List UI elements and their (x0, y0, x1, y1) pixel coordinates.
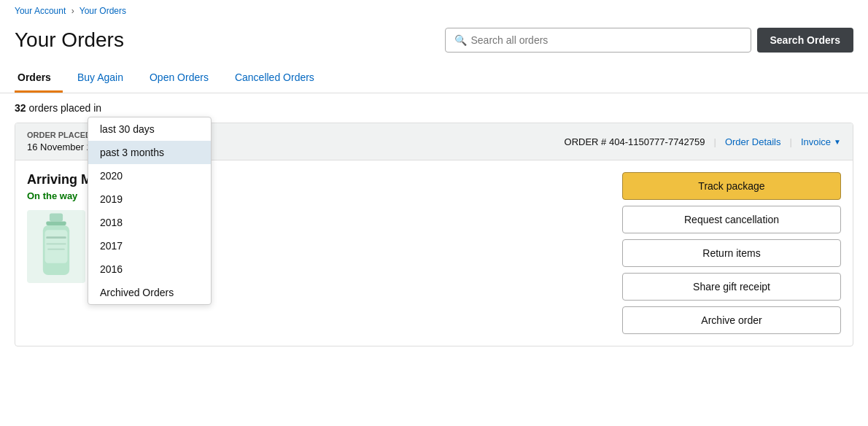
svg-rect-1 (46, 221, 66, 225)
dropdown-menu: last 30 days past 3 months 2020 2019 201… (88, 117, 212, 305)
request-cancellation-button[interactable]: Request cancellation (622, 206, 841, 233)
tab-orders[interactable]: Orders (15, 64, 63, 93)
header-divider: | (714, 136, 716, 147)
orders-meta: 32 orders placed in last 30 days past 3 … (0, 93, 868, 123)
svg-rect-5 (46, 243, 66, 244)
dropdown-item-2016[interactable]: 2016 (88, 257, 211, 281)
period-dropdown: last 30 days past 3 months 2020 2019 201… (88, 117, 212, 305)
svg-rect-3 (45, 230, 68, 263)
breadcrumb-separator: › (71, 6, 74, 16)
track-package-button[interactable]: Track package (622, 172, 841, 200)
tab-buy-again[interactable]: Buy Again (74, 64, 135, 93)
dropdown-item-last30[interactable]: last 30 days (88, 117, 211, 141)
svg-rect-0 (50, 214, 63, 222)
order-actions: Track package Request cancellation Retur… (622, 172, 841, 334)
svg-rect-4 (46, 236, 66, 239)
dropdown-item-2018[interactable]: 2018 (88, 211, 211, 234)
tab-cancelled-orders[interactable]: Cancelled Orders (232, 64, 326, 93)
dropdown-item-2020[interactable]: 2020 (88, 164, 211, 187)
order-header-right: ORDER # 404-1150777-7742759 | Order Deta… (565, 136, 841, 147)
search-input[interactable] (471, 34, 742, 46)
page-header: Your Orders 🔍 Search Orders (0, 22, 868, 64)
tab-open-orders[interactable]: Open Orders (147, 64, 220, 93)
archive-order-button[interactable]: Archive order (622, 306, 841, 334)
dropdown-item-2017[interactable]: 2017 (88, 234, 211, 257)
share-gift-receipt-button[interactable]: Share gift receipt (622, 273, 841, 301)
return-items-button[interactable]: Return items (622, 239, 841, 267)
order-details-link[interactable]: Order Details (725, 136, 781, 147)
breadcrumb: Your Account › Your Orders (0, 0, 868, 22)
product-image (27, 210, 85, 283)
dropdown-item-2019[interactable]: 2019 (88, 187, 211, 211)
search-box-container: 🔍 (445, 28, 751, 53)
invoice-label: Invoice (801, 136, 831, 147)
dropdown-item-archived[interactable]: Archived Orders (88, 281, 211, 304)
search-orders-button[interactable]: Search Orders (757, 28, 854, 53)
header-divider2: | (790, 136, 792, 147)
breadcrumb-account-link[interactable]: Your Account (15, 6, 66, 16)
order-number: 404-1150777-7742759 (609, 136, 705, 147)
search-icon: 🔍 (454, 34, 467, 46)
svg-rect-6 (47, 249, 65, 250)
dropdown-item-past3months[interactable]: past 3 months (88, 141, 211, 164)
order-number-label: ORDER # 404-1150777-7742759 (565, 136, 705, 147)
breadcrumb-current: Your Orders (80, 6, 126, 16)
tabs-bar: Orders Buy Again Open Orders Cancelled O… (0, 64, 868, 93)
page-title: Your Orders (15, 28, 124, 52)
invoice-dropdown-button[interactable]: Invoice ▼ (801, 136, 841, 147)
chevron-down-icon: ▼ (834, 138, 841, 146)
orders-count: 32 orders placed in (15, 102, 101, 114)
search-area: 🔍 Search Orders (445, 28, 854, 53)
product-bottle-svg (31, 210, 82, 283)
